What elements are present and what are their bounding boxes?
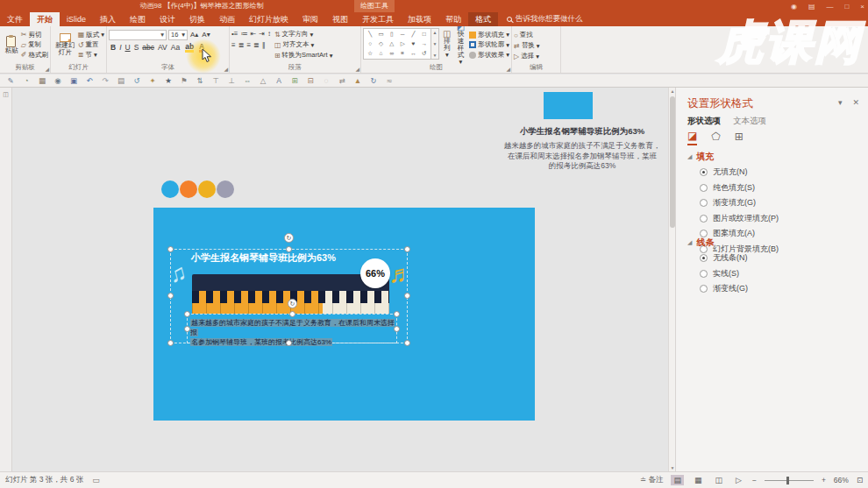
offslide-heading[interactable]: 小学生报名钢琴辅导班比例为63% [475, 126, 668, 138]
shape-diag[interactable]: ╱ [412, 31, 416, 38]
slide-sorter-view-button[interactable]: ▦ [692, 475, 705, 485]
arrange-button[interactable]: ◫ 排列▾ [442, 28, 452, 61]
resize-handle[interactable] [286, 246, 292, 252]
shape-arrow[interactable]: → [422, 40, 428, 47]
columns-icon[interactable]: ∥ [262, 41, 266, 49]
ribbon-tab[interactable]: 格式 [468, 12, 498, 26]
resize-handle[interactable] [404, 246, 410, 252]
increase-indent-icon[interactable]: ⇥ [259, 30, 265, 38]
text-direction-button[interactable]: ⇅文字方向▾ [274, 29, 333, 39]
slideshow-button[interactable]: ▷ [733, 475, 744, 485]
comments-icon[interactable]: ▭ [92, 476, 100, 484]
qat-sort-icon[interactable]: ⇅ [195, 76, 205, 85]
ribbon-tab[interactable]: 加载项 [401, 12, 438, 26]
ribbon-tab[interactable]: 审阅 [295, 12, 325, 26]
character-spacing-button[interactable]: AV [156, 42, 169, 53]
tell-me-search[interactable]: 告诉我你想要做什么 [507, 12, 583, 26]
qat-ungroup-icon[interactable]: ⊟ [305, 76, 316, 85]
resize-handle[interactable] [167, 340, 174, 346]
fill-option-radio[interactable]: 无填充(N) [700, 166, 859, 179]
slide-number-indicator[interactable]: 幻灯片 第 3 张，共 6 张 [5, 475, 83, 485]
ribbon-tab[interactable]: 切换 [182, 12, 212, 26]
shape-star[interactable]: ☆ [367, 50, 373, 57]
drawing-dialog-launcher[interactable]: ◢ [506, 66, 510, 72]
resize-handle[interactable] [167, 293, 174, 299]
qat-refresh-icon[interactable]: ↺ [132, 76, 142, 85]
qat-redo-icon[interactable]: ↷ [100, 76, 110, 85]
ribbon-tab[interactable]: 文件 [0, 12, 30, 26]
qat-email-icon[interactable]: ▤ [116, 76, 126, 85]
dot-orange[interactable] [180, 180, 197, 198]
resize-handle[interactable] [167, 246, 174, 252]
align-right-icon[interactable]: ≡ [246, 41, 251, 49]
qat-timer-icon[interactable]: ◔ [21, 76, 32, 85]
underline-button[interactable]: U [124, 42, 132, 53]
strikethrough-button[interactable]: abc [140, 42, 156, 53]
normal-view-button[interactable]: ▤ [671, 475, 684, 485]
font-name-combobox[interactable]: ▾ [109, 30, 167, 40]
cut-button[interactable]: ✂剪切 [21, 30, 48, 39]
ribbon-display-options-icon[interactable]: ▤ [808, 3, 815, 11]
piano-lid-bar[interactable] [192, 274, 389, 291]
resize-handle[interactable] [404, 293, 410, 299]
shape-updown[interactable]: ↔ [410, 50, 416, 57]
bullets-icon[interactable]: •≡ [231, 30, 238, 38]
format-painter-button[interactable]: ✐格式刷 [21, 50, 48, 60]
ribbon-tab[interactable]: 开发工具 [355, 12, 401, 26]
ribbon-tab[interactable]: 开始 [30, 12, 60, 26]
fill-option-radio[interactable]: 渐变填充(G) [700, 197, 859, 209]
slide[interactable]: 小学生报名钢琴辅导班比例为63% ♫ ♬ 66% 越来越多的城市家庭的孩子不满足… [153, 208, 535, 421]
zoom-slider-thumb[interactable] [786, 477, 789, 484]
shape-circle[interactable]: ○ [368, 40, 372, 47]
slide-canvas[interactable]: 小学生报名钢琴辅导班比例为63% 越来越多的城市家庭的孩子不满足于义务教育，在课… [12, 88, 668, 471]
qat-group-icon[interactable]: ⊞ [289, 76, 300, 85]
shadow-button[interactable]: S [132, 42, 141, 53]
pane-close-icon[interactable]: ✕ [852, 98, 859, 107]
ribbon-tab[interactable]: 幻灯片放映 [242, 12, 295, 26]
slide-thumbnails-collapsed[interactable]: ◫ [0, 88, 12, 471]
font-dialog-launcher[interactable]: ◢ [224, 66, 228, 72]
shape-line[interactable]: ╲ [368, 31, 372, 38]
align-center-icon[interactable]: ≣ [238, 41, 245, 49]
qat-text-icon[interactable]: A [274, 76, 284, 85]
dot-amber[interactable] [198, 180, 216, 198]
rotate-handle[interactable]: ↻ [284, 233, 294, 243]
canvas-scrollbar[interactable]: ▲ ▼ [668, 88, 675, 471]
numbering-icon[interactable]: ≔ [240, 30, 247, 38]
offslide-body-text[interactable]: 越来越多的城市家庭的孩子不满足于义务教育，在课后和周末选择报名参加钢琴辅导班，某… [475, 141, 668, 172]
ribbon-tab[interactable]: 视图 [325, 12, 355, 26]
resize-handle[interactable] [394, 311, 400, 317]
convert-smartart-button[interactable]: ⊞转换为SmartArt▾ [274, 50, 333, 60]
reset-button[interactable]: ↺重置 [78, 40, 104, 50]
ribbon-tab[interactable]: 设计 [153, 12, 182, 26]
line-option-radio[interactable]: 实线(S) [700, 267, 859, 279]
shape-rounded[interactable]: ▯ [390, 31, 394, 38]
shape-loop[interactable]: ↺ [422, 50, 426, 57]
resize-handle[interactable] [394, 326, 400, 332]
qat-color-icon[interactable]: ▲ [352, 76, 363, 85]
line-option-radio[interactable]: 无线条(N) [700, 252, 859, 265]
new-slide-button[interactable]: 新建幻灯片 [53, 28, 78, 61]
qat-reset-icon[interactable]: ↻ [368, 76, 379, 85]
shape-rect[interactable]: ▭ [378, 31, 383, 38]
qat-flag-icon[interactable]: ⚑ [179, 76, 189, 85]
reading-view-button[interactable]: ◫ [712, 475, 725, 485]
rotate-handle[interactable]: ↻ [288, 299, 297, 308]
size-properties-icon[interactable]: ⊞ [735, 131, 743, 145]
layout-button[interactable]: ▦版式▾ [78, 30, 104, 39]
shape-triangle[interactable]: △ [389, 40, 394, 47]
pane-options-chevron-icon[interactable]: ▾ [838, 98, 843, 107]
zoom-level[interactable]: 66% [834, 476, 849, 484]
font-size-combobox[interactable]: 16▾ [168, 30, 188, 40]
notes-toggle[interactable]: ≐ 备注 [640, 475, 663, 485]
clipboard-dialog-launcher[interactable]: ◢ [45, 66, 49, 72]
shape-outline-button[interactable]: 形状轮廓▾ [469, 40, 509, 50]
qat-layout-icon[interactable]: ▦ [37, 76, 47, 85]
change-case-button[interactable]: Aa [169, 42, 181, 53]
qat-shape-icon[interactable]: △ [258, 76, 268, 85]
resize-handle[interactable] [184, 326, 190, 332]
paragraph-dialog-launcher[interactable]: ◢ [355, 66, 359, 72]
align-text-button[interactable]: ◫对齐文本▾ [274, 39, 333, 50]
paste-button[interactable]: 粘贴 [2, 28, 21, 61]
shape-diamond[interactable]: ◇ [379, 40, 383, 47]
